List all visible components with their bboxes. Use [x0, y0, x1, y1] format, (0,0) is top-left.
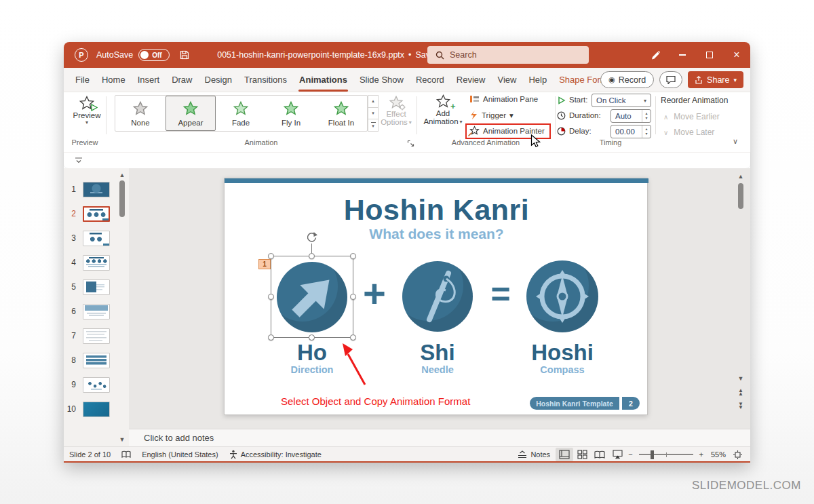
- previous-slide-button[interactable]: ▲▲: [737, 389, 745, 396]
- trigger-button[interactable]: Trigger ▾: [469, 110, 513, 120]
- needle-circle-graphic[interactable]: [402, 261, 473, 332]
- animation-fly-in[interactable]: Fly In: [266, 96, 316, 131]
- tab-review[interactable]: Review: [450, 68, 492, 92]
- animation-order-badge[interactable]: 1: [258, 259, 271, 269]
- slide-sorter-view-button[interactable]: [573, 448, 591, 461]
- tab-file[interactable]: File: [69, 68, 96, 92]
- notes-panel[interactable]: Click to add notes: [129, 429, 750, 446]
- slide-thumbnail-6[interactable]: [83, 304, 110, 319]
- slide-thumbnail-2[interactable]: [83, 206, 110, 222]
- tab-design[interactable]: Design: [199, 68, 238, 92]
- comments-button[interactable]: [659, 71, 682, 88]
- tab-help[interactable]: Help: [522, 68, 553, 92]
- slide-show-button[interactable]: [608, 448, 626, 461]
- proofing-status-button[interactable]: [116, 447, 136, 461]
- normal-view-button[interactable]: [556, 448, 573, 461]
- ribbon-collapse-icon[interactable]: [75, 157, 83, 164]
- notes-toggle-button[interactable]: Notes: [512, 447, 556, 462]
- slide-indicator[interactable]: Slide 2 of 10: [64, 447, 116, 461]
- maximize-button[interactable]: [696, 42, 723, 68]
- tab-slide-show[interactable]: Slide Show: [353, 68, 410, 92]
- canvas-scroll-down-icon[interactable]: ▼: [737, 376, 745, 382]
- slide-2-editor[interactable]: Hoshin Kanri What does it mean? + = Ho S…: [224, 178, 648, 415]
- reading-view-button[interactable]: [591, 448, 608, 461]
- share-button[interactable]: Share ▾: [688, 71, 743, 88]
- animation-none[interactable]: None: [115, 96, 166, 131]
- add-animation-button[interactable]: + Add Animation▾: [422, 94, 464, 125]
- zoom-slider-thumb[interactable]: [651, 450, 654, 459]
- animation-fade[interactable]: Fade: [216, 96, 266, 131]
- animation-pane-icon: [469, 94, 480, 104]
- term-word-shi[interactable]: Shi: [387, 340, 488, 366]
- tab-animations[interactable]: Animations: [293, 68, 353, 92]
- slide-thumbnail-1[interactable]: [83, 182, 110, 197]
- selection-handle[interactable]: [350, 253, 356, 259]
- tab-view[interactable]: View: [491, 68, 522, 92]
- fit-slide-to-window-button[interactable]: [729, 448, 746, 461]
- close-button[interactable]: ×: [723, 42, 750, 68]
- minimize-button[interactable]: [669, 42, 696, 68]
- tab-transitions[interactable]: Transitions: [238, 68, 293, 92]
- powerpoint-logo-icon[interactable]: P: [75, 48, 88, 62]
- zoom-slider[interactable]: [639, 450, 693, 459]
- slide-title[interactable]: Hoshin Kanri: [225, 193, 648, 227]
- save-icon[interactable]: [179, 50, 190, 60]
- record-button[interactable]: ◉ Record: [600, 71, 654, 88]
- slide-subtitle[interactable]: What does it mean?: [225, 226, 648, 242]
- tab-home[interactable]: Home: [96, 68, 132, 92]
- slide-thumbnail-8[interactable]: [83, 353, 110, 368]
- animation-fade-label: Fade: [232, 119, 250, 127]
- slide-thumbnail-10[interactable]: [83, 402, 110, 417]
- animation-appear[interactable]: Appear: [166, 96, 216, 131]
- thumbnails-scrollbar-thumb[interactable]: [119, 180, 125, 217]
- slide-thumbnail-9[interactable]: [83, 377, 110, 393]
- animation-float-in[interactable]: Float In: [316, 96, 366, 131]
- thumbnails-scroll-up-icon[interactable]: ▲: [118, 172, 126, 178]
- slide-thumbnail-5[interactable]: [83, 279, 110, 295]
- preview-button[interactable]: Preview ▾: [71, 95, 103, 125]
- slide-thumbnail-4[interactable]: [83, 255, 110, 271]
- start-dropdown[interactable]: On Click ▾: [592, 94, 651, 107]
- zoom-in-button[interactable]: +: [697, 447, 705, 462]
- tab-insert[interactable]: Insert: [132, 68, 166, 92]
- selection-handle[interactable]: [309, 253, 315, 259]
- canvas-scroll-up-icon[interactable]: ▲: [737, 174, 745, 180]
- watermark-text: SLIDEMODEL.COM: [692, 479, 801, 492]
- draw-pen-button[interactable]: [642, 42, 669, 68]
- tab-draw[interactable]: Draw: [166, 68, 198, 92]
- selection-handle[interactable]: [309, 334, 315, 341]
- thumbnails-scroll-down-icon[interactable]: ▼: [118, 437, 126, 443]
- language-button[interactable]: English (United States): [136, 447, 224, 461]
- selection-bounding-box[interactable]: [271, 256, 353, 338]
- search-input[interactable]: [450, 50, 572, 60]
- selection-handle[interactable]: [350, 294, 356, 300]
- next-slide-button[interactable]: ▼▼: [737, 403, 745, 410]
- duration-spinner[interactable]: ▴▾: [642, 110, 651, 122]
- selection-handle[interactable]: [268, 253, 274, 259]
- term-meaning-needle[interactable]: Needle: [387, 364, 488, 375]
- slide-thumbnail-7[interactable]: [83, 328, 110, 344]
- term-meaning-compass[interactable]: Compass: [511, 364, 613, 375]
- collapse-ribbon-chevron[interactable]: ∨: [733, 137, 738, 146]
- selection-handle[interactable]: [268, 334, 274, 341]
- compass-circle-graphic[interactable]: [526, 260, 598, 332]
- delay-spinner[interactable]: ▴▾: [642, 125, 651, 138]
- tab-record[interactable]: Record: [410, 68, 450, 92]
- zoom-out-button[interactable]: −: [626, 447, 634, 462]
- selection-handle[interactable]: [350, 334, 356, 341]
- search-box[interactable]: [427, 46, 589, 64]
- term-word-hoshi[interactable]: Hoshi: [511, 340, 613, 366]
- dialog-launcher-icon[interactable]: [407, 140, 414, 147]
- footer-badge-text: Hoshin Kanri Template: [536, 400, 613, 408]
- autosave-toggle[interactable]: Off: [138, 49, 170, 61]
- slide-thumbnail-3[interactable]: [83, 231, 110, 246]
- animation-pane-button[interactable]: Animation Pane: [469, 94, 538, 104]
- canvas-scrollbar-thumb[interactable]: [738, 183, 743, 209]
- zoom-percentage[interactable]: 55%: [705, 450, 729, 459]
- duration-field[interactable]: Auto ▴▾: [610, 109, 651, 123]
- selection-handle[interactable]: [268, 294, 274, 300]
- rotation-handle-icon[interactable]: [306, 231, 317, 243]
- accessibility-button[interactable]: Accessibility: Investigate: [224, 447, 327, 461]
- slide-sorter-icon: [577, 450, 587, 459]
- delay-field[interactable]: 00.00 ▴▾: [610, 125, 651, 138]
